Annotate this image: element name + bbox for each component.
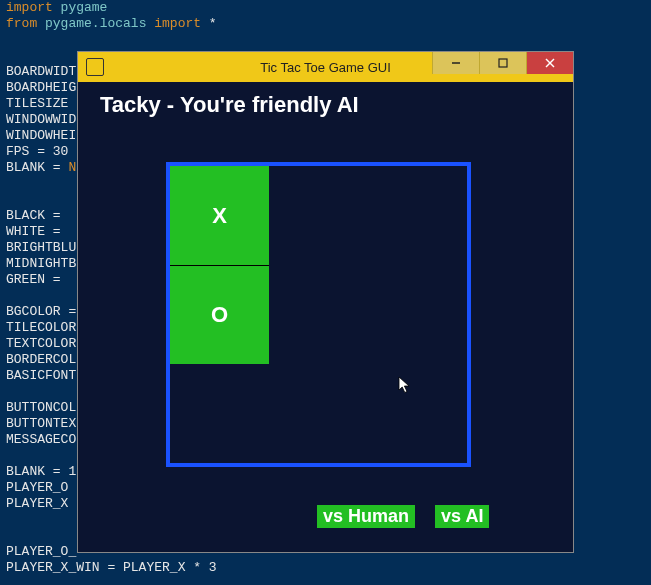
titlebar[interactable]: Tic Tac Toe Game GUI: [78, 52, 573, 82]
cell-mark: X: [212, 203, 227, 229]
vs-ai-button[interactable]: vs AI: [435, 505, 489, 528]
game-heading: Tacky - You're friendly AI: [100, 92, 359, 118]
window-controls: [432, 52, 573, 74]
app-window: Tic Tac Toe Game GUI Tacky - You're frie…: [78, 52, 573, 552]
minimize-icon: [451, 58, 461, 68]
mode-buttons: vs Human vs AI: [317, 505, 489, 528]
board-divider: [170, 265, 269, 266]
minimize-button[interactable]: [432, 52, 479, 74]
game-board: X O: [166, 162, 471, 467]
maximize-button[interactable]: [479, 52, 526, 74]
board-cell-2-0[interactable]: [170, 364, 269, 463]
board-cell-0-1[interactable]: [269, 166, 368, 265]
close-icon: [545, 58, 555, 68]
app-icon: [86, 58, 104, 76]
vs-human-button[interactable]: vs Human: [317, 505, 415, 528]
board-cell-1-1[interactable]: [269, 265, 368, 364]
svg-rect-1: [499, 59, 507, 67]
game-canvas: Tacky - You're friendly AI X O vs Human …: [78, 82, 573, 552]
board-cell-1-0[interactable]: O: [170, 265, 269, 364]
board-cell-0-2[interactable]: [368, 166, 467, 265]
board-cell-0-0[interactable]: X: [170, 166, 269, 265]
board-cell-1-2[interactable]: [368, 265, 467, 364]
close-button[interactable]: [526, 52, 573, 74]
board-cell-2-2[interactable]: [368, 364, 467, 463]
maximize-icon: [498, 58, 508, 68]
cell-mark: O: [211, 302, 228, 328]
board-cell-2-1[interactable]: [269, 364, 368, 463]
